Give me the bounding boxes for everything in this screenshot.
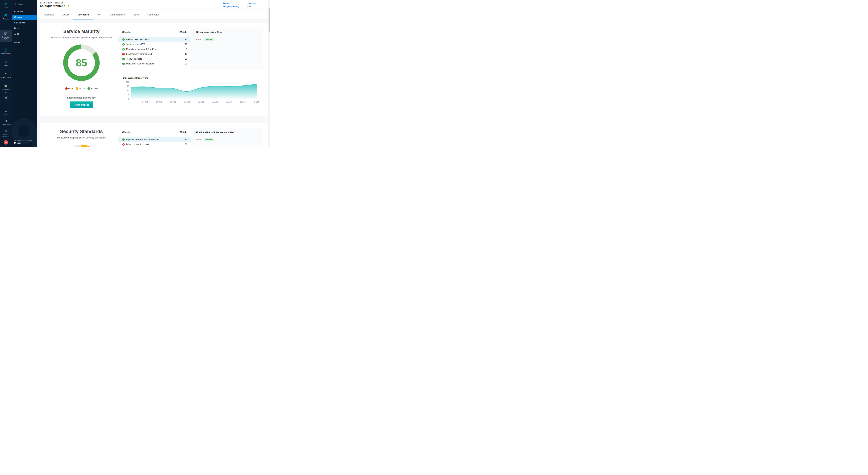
check-detail-title: API success rate > 99% [195,31,259,33]
y-axis-tick: 0 [123,98,129,100]
y-axis-tick: 25 [123,94,129,96]
check-label: Pipeline OPA policies are satisfied [126,138,182,141]
chart-area: 025507510024 Aug25 Aug26 Aug27 Aug28 Aug… [123,82,259,106]
check-detail-title: Pipeline OPA policies are satisfied [195,131,259,133]
developer-portal-icon [0,32,11,36]
score-donut-hole: 85 [68,49,95,76]
check-label: More than 70% test coverage [126,63,182,65]
nav-label: Cloud Costs [0,88,11,90]
sidebar-item-admin[interactable]: Admin [12,40,37,45]
nav-builds[interactable]: Builds [0,60,12,66]
global-nav-bottom: HELPDASHBOARDSACCOUNT SETTINGS [0,109,12,137]
nav-deployments[interactable]: Deployments [0,48,12,54]
check-passed-icon [122,63,125,65]
sidebar-footer: INTERNAL DEVELOPER Portal [14,140,32,145]
entity-tabs: OverviewCI/CDScorecardAPIDependenciesDoc… [37,10,270,20]
check-row[interactable]: Java version is LTS20 [118,42,191,47]
area-chart [131,82,256,99]
status-badge: PASSED [204,138,214,141]
nav-label: Deployments [0,53,11,54]
nav-feature-flags[interactable]: Feature Flags [0,72,12,78]
sidebar-item-apis[interactable]: APIs [12,31,37,36]
check-weight: 5 [182,48,187,50]
module-sidebar: Search OverviewCatalogSelf serviceDocsAP… [12,0,37,147]
score-legend: 0-4950-7475-100 [65,87,98,90]
deployments-icon [0,48,11,52]
tab-kubernetes[interactable]: Kubernetes [143,10,164,20]
check-row[interactable]: Less than 1% error in prod15 [118,52,191,56]
page-title: boutique-frontend [40,4,65,8]
app-root: HomeProjectsDeveloper PortalDeploymentsB… [0,0,270,147]
improvement-chart-box: Improvement Over Time 025507510024 Aug25… [118,73,263,111]
module-grid-icon [5,97,7,100]
check-row[interactable]: Branch protection is set30 [118,142,191,147]
nav-account-settings[interactable]: ACCOUNT SETTINGS [0,129,12,137]
check-passed-icon [122,38,125,41]
tab-ci-cd[interactable]: CI/CD [58,10,73,20]
check-passed-icon [122,43,125,46]
sidebar-item-docs[interactable]: Docs [12,26,37,31]
settings-gear-icon [4,130,7,133]
check-passed-icon [122,138,125,141]
legend-dot [65,87,68,90]
x-axis-tick: 1 Sep [254,101,259,103]
nav-cloud-costs[interactable]: $Cloud Costs [0,84,12,90]
search-label: Search [18,3,25,5]
nav-label: HELP [0,114,11,115]
nav-developer-portal[interactable]: Developer Portal [0,30,12,42]
sidebar-footer-eyebrow: INTERNAL DEVELOPER [14,140,32,141]
user-avatar[interactable]: HM [4,140,8,145]
check-row[interactable]: TechDocs exists30 [118,56,191,61]
check-weight: 10 [182,38,187,41]
nav-home[interactable]: Home [0,2,12,8]
checks-rows: Pipeline OPA policies are satisfied10Bra… [118,136,191,147]
checks-box: Checks Weight API success rate > 99%10Ja… [118,28,263,70]
check-row[interactable]: Mean time to merge PR < 48 hr5 [118,47,191,52]
check-detail-panel: Pipeline OPA policies are satisfied Stat… [191,128,263,147]
scorecard-title: Service Maturity [63,29,100,34]
sidebar-item-catalog[interactable]: Catalog [12,14,37,20]
lifecycle-meta: Lifecycle prod [247,2,255,8]
chart-title: Improvement Over Time [123,77,259,79]
check-passed-icon [122,58,125,60]
lifecycle-value: prod [247,5,255,8]
checks-table: Checks Weight Pipeline OPA policies are … [118,128,191,147]
nav-dashboards[interactable]: DASHBOARDS [0,119,12,125]
tab-api[interactable]: API [93,10,106,20]
scorecard-content: Service Maturity Measures development be… [37,20,270,147]
tab-scorecard[interactable]: Scorecard [73,10,93,20]
check-row[interactable]: More than 70% test coverage20 [118,61,191,66]
nav-help[interactable]: HELP [0,109,12,115]
checks-header: Checks [122,131,130,133]
tab-overview[interactable]: Overview [40,10,58,20]
rerun-checks-button[interactable]: Rerun Checks [70,101,93,108]
chevron-down-icon[interactable] [0,91,12,94]
last-updated: Last Updated: 2 weeks ago [67,96,96,99]
sidebar-item-overview[interactable]: Overview [12,9,37,14]
sidebar-decoration-bar [32,133,37,147]
scrollbar-thumb[interactable] [269,8,270,32]
tab-docs[interactable]: Docs [129,10,143,20]
module-picker-button[interactable] [4,96,8,101]
sidebar-item-self-service[interactable]: Self service [12,20,37,25]
nav-projects[interactable]: Projects [0,14,12,20]
sidebar-search[interactable]: Search [12,0,37,8]
more-options-button[interactable] [261,2,265,7]
nav-label: Feature Flags [0,77,11,78]
owner-value[interactable]: field_engineering [223,5,239,8]
y-axis-tick: 75 [123,85,129,87]
favorite-star-icon[interactable] [67,4,70,7]
owner-label: Owner [223,2,239,4]
check-row[interactable]: Pipeline OPA policies are satisfied10 [118,137,191,142]
checks-table: Checks Weight API success rate > 99%10Ja… [118,28,191,70]
global-nav-rail: HomeProjectsDeveloper PortalDeploymentsB… [0,0,12,147]
check-label: API success rate > 99% [126,38,182,41]
tab-dependencies[interactable]: Dependencies [105,10,129,20]
scorecard-details: Checks Weight Pipeline OPA policies are … [118,128,263,147]
scorecard-subtitle: Measures development best practices agai… [51,36,112,39]
check-weight: 30 [182,58,187,60]
legend-item: 50-74 [76,87,85,90]
check-row[interactable]: API success rate > 99%10 [118,37,191,42]
nav-label: Builds [0,64,11,66]
vertical-scrollbar[interactable] [268,0,270,147]
